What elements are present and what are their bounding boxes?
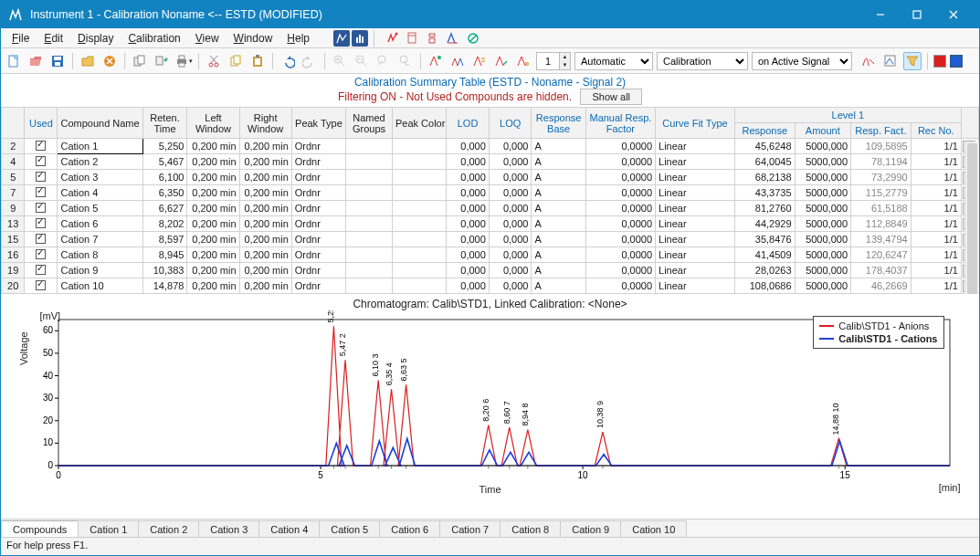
copy-icon[interactable] bbox=[227, 52, 245, 70]
show-all-button[interactable]: Show all bbox=[580, 89, 642, 105]
copy-cal-icon[interactable] bbox=[131, 52, 149, 70]
tab-cation-7[interactable]: Cation 7 bbox=[439, 520, 501, 537]
zoom-fit-icon[interactable] bbox=[396, 52, 415, 70]
tab-cation-4[interactable]: Cation 4 bbox=[258, 520, 320, 537]
paste-icon[interactable] bbox=[248, 52, 267, 70]
table-row[interactable]: 4Cation 25,4670,200 min0,200 minOrdnr0,0… bbox=[2, 154, 979, 170]
combo-type[interactable]: Calibration bbox=[657, 52, 748, 70]
used-checkbox[interactable] bbox=[36, 187, 46, 197]
used-checkbox[interactable] bbox=[36, 203, 46, 213]
used-checkbox[interactable] bbox=[36, 172, 46, 182]
menu-icon-1[interactable] bbox=[384, 29, 402, 47]
menu-view[interactable]: View bbox=[190, 30, 225, 47]
folder-icon[interactable] bbox=[79, 52, 97, 70]
used-checkbox[interactable] bbox=[36, 156, 46, 166]
col-ng[interactable]: NamedGroups bbox=[346, 108, 393, 139]
peak-icon-5[interactable] bbox=[514, 52, 532, 70]
sig-icon-2[interactable] bbox=[881, 52, 900, 70]
menu-icon-4[interactable] bbox=[444, 29, 462, 47]
tab-cation-9[interactable]: Cation 9 bbox=[560, 520, 621, 537]
menu-icon-3[interactable] bbox=[424, 29, 442, 47]
spin-up[interactable]: ▲ bbox=[559, 53, 570, 61]
close-button[interactable] bbox=[935, 1, 972, 28]
used-checkbox[interactable] bbox=[36, 265, 46, 275]
menu-file[interactable]: File bbox=[6, 30, 35, 47]
col-fit[interactable]: Curve Fit Type bbox=[656, 108, 735, 139]
col-rb[interactable]: ResponseBase bbox=[532, 108, 585, 139]
signal-color-red[interactable] bbox=[933, 55, 946, 68]
filter-icon[interactable] bbox=[903, 52, 922, 70]
table-row[interactable]: 2Cation 15,2500,200 min0,200 minOrdnr0,0… bbox=[2, 139, 979, 154]
col-rf[interactable]: Resp. Fact. bbox=[851, 123, 912, 139]
used-checkbox[interactable] bbox=[36, 218, 46, 228]
peak-icon-4[interactable] bbox=[492, 52, 511, 70]
col-amt[interactable]: Amount bbox=[795, 123, 850, 139]
menu-edit[interactable]: Edit bbox=[38, 30, 68, 47]
vertical-scrollbar[interactable] bbox=[964, 142, 979, 294]
col-mrf[interactable]: Manual Resp.Factor bbox=[585, 108, 655, 139]
col-lod[interactable]: LOD bbox=[447, 108, 490, 139]
table-row[interactable]: 19Cation 910,3830,200 min0,200 minOrdnr0… bbox=[2, 263, 979, 278]
signal-color-blue[interactable] bbox=[950, 55, 963, 68]
sig-icon-1[interactable] bbox=[859, 52, 878, 70]
print-icon[interactable]: ▾ bbox=[174, 52, 193, 70]
menu-display[interactable]: Display bbox=[72, 30, 119, 47]
col-pt[interactable]: Peak Type bbox=[291, 108, 345, 139]
menu-help[interactable]: Help bbox=[281, 30, 315, 47]
redo-icon[interactable] bbox=[300, 52, 319, 70]
table-row[interactable]: 5Cation 36,1000,200 min0,200 minOrdnr0,0… bbox=[2, 170, 979, 185]
zoom-out-icon[interactable] bbox=[353, 52, 371, 70]
table-row[interactable]: 15Cation 78,5970,200 min0,200 minOrdnr0,… bbox=[2, 232, 979, 247]
used-checkbox[interactable] bbox=[36, 141, 46, 151]
save-icon[interactable] bbox=[48, 52, 67, 70]
used-checkbox[interactable] bbox=[36, 280, 46, 290]
table-row[interactable]: 20Cation 1014,8780,200 min0,200 minOrdnr… bbox=[2, 278, 979, 294]
menu-calibration[interactable]: Calibration bbox=[122, 30, 185, 47]
peak-icon-1[interactable] bbox=[427, 52, 445, 70]
tab-cation-10[interactable]: Cation 10 bbox=[620, 520, 687, 537]
zoom-in-icon[interactable] bbox=[331, 52, 349, 70]
menu-icon-5[interactable] bbox=[464, 29, 482, 47]
col-rt[interactable]: Reten.Time bbox=[142, 108, 187, 139]
link-cal-icon[interactable] bbox=[153, 52, 171, 70]
table-row[interactable]: 13Cation 68,2020,200 min0,200 minOrdnr0,… bbox=[2, 216, 979, 232]
tab-compounds[interactable]: Compounds bbox=[1, 520, 79, 537]
menu-icon-2[interactable] bbox=[404, 29, 422, 47]
peak-icon-2[interactable] bbox=[448, 52, 467, 70]
table-row[interactable]: 9Cation 56,6270,200 min0,200 minOrdnr0,0… bbox=[2, 201, 979, 216]
new-icon[interactable] bbox=[5, 52, 23, 70]
table-row[interactable]: 7Cation 46,3500,200 min0,200 minOrdnr0,0… bbox=[2, 185, 979, 201]
undo-icon[interactable] bbox=[279, 52, 297, 70]
col-name[interactable]: Compound Name bbox=[58, 108, 142, 139]
tab-cation-8[interactable]: Cation 8 bbox=[500, 520, 561, 537]
overlay-icon-a[interactable] bbox=[333, 30, 350, 47]
used-checkbox[interactable] bbox=[36, 249, 46, 259]
tab-cation-2[interactable]: Cation 2 bbox=[138, 520, 199, 537]
maximize-button[interactable] bbox=[899, 1, 935, 28]
used-checkbox[interactable] bbox=[36, 234, 46, 244]
tab-cation-3[interactable]: Cation 3 bbox=[198, 520, 259, 537]
combo-auto[interactable]: Automatic bbox=[574, 52, 653, 70]
open-icon[interactable] bbox=[26, 52, 45, 70]
peak-icon-3[interactable] bbox=[470, 52, 489, 70]
overlay-icon-b[interactable] bbox=[352, 30, 368, 47]
menu-window[interactable]: Window bbox=[228, 30, 279, 47]
combo-signal[interactable]: on Active Signal bbox=[752, 52, 852, 70]
col-rec[interactable]: Rec No. bbox=[911, 123, 961, 139]
col-lw[interactable]: LeftWindow bbox=[187, 108, 239, 139]
zoom-prev-icon[interactable] bbox=[374, 52, 393, 70]
tab-cation-5[interactable]: Cation 5 bbox=[319, 520, 380, 537]
col-resp[interactable]: Response bbox=[734, 123, 795, 139]
col-pc[interactable]: Peak Color bbox=[392, 108, 446, 139]
level-spinner[interactable]: ▲▼ bbox=[536, 52, 571, 70]
col-used[interactable]: Used bbox=[25, 108, 58, 139]
col-rw[interactable]: RightWindow bbox=[239, 108, 291, 139]
tab-cation-6[interactable]: Cation 6 bbox=[379, 520, 440, 537]
spin-down[interactable]: ▼ bbox=[559, 61, 570, 69]
delete-icon[interactable] bbox=[100, 52, 119, 70]
minimize-button[interactable] bbox=[862, 1, 899, 28]
col-loq[interactable]: LOQ bbox=[489, 108, 532, 139]
table-row[interactable]: 16Cation 88,9450,200 min0,200 minOrdnr0,… bbox=[2, 247, 979, 263]
level-input[interactable] bbox=[537, 56, 559, 67]
tab-cation-1[interactable]: Cation 1 bbox=[78, 520, 139, 537]
